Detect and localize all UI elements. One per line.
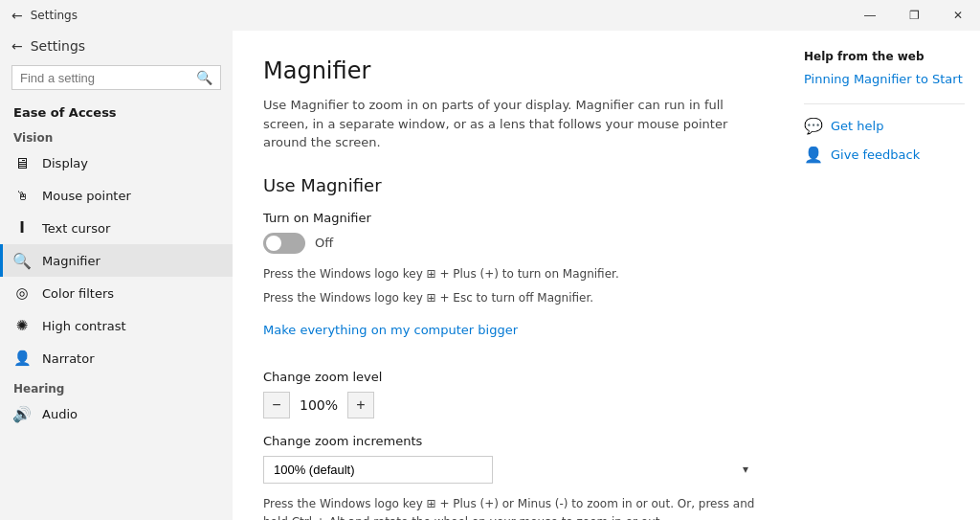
- feedback-label[interactable]: Give feedback: [831, 147, 920, 162]
- hint-text-3: Press the Windows logo key ⊞ + Plus (+) …: [263, 495, 758, 520]
- titlebar: ← Settings — ❐ ✕: [0, 0, 980, 31]
- pinning-link[interactable]: Pinning Magnifier to Start: [804, 71, 965, 88]
- zoom-row: − 100% +: [263, 392, 758, 418]
- maximize-button[interactable]: ❐: [892, 0, 936, 31]
- search-input[interactable]: [20, 71, 190, 85]
- sidebar-item-color-filters[interactable]: ◎ Color filters: [0, 277, 233, 309]
- get-help-label[interactable]: Get help: [831, 119, 883, 133]
- audio-icon: 🔊: [13, 405, 31, 422]
- minimize-button[interactable]: —: [848, 0, 892, 31]
- get-help-icon: 💬: [804, 116, 823, 135]
- toggle-row: Off: [263, 233, 758, 254]
- help-panel: Help from the web Pinning Magnifier to S…: [789, 31, 980, 520]
- page-title: Magnifier: [263, 57, 758, 84]
- content-area: Magnifier Use Magnifier to zoom in on pa…: [233, 31, 789, 520]
- zoom-increment-dropdown[interactable]: 25% 50% 100% (default) 150% 200%: [263, 456, 493, 484]
- color-filters-icon: ◎: [13, 284, 31, 302]
- hint-text-1: Press the Windows logo key ⊞ + Plus (+) …: [263, 265, 758, 283]
- sidebar-item-label: Audio: [42, 407, 78, 421]
- sidebar-item-text-cursor[interactable]: I Text cursor: [0, 212, 233, 244]
- sidebar-item-narrator[interactable]: 👤 Narrator: [0, 342, 233, 374]
- app-container: ← Settings 🔍 Ease of Access Vision 🖥 Dis…: [0, 31, 980, 520]
- zoom-value-display: 100%: [296, 397, 342, 413]
- narrator-icon: 👤: [13, 350, 31, 367]
- vision-category: Vision: [0, 124, 233, 147]
- sidebar-item-high-contrast[interactable]: ✺ High contrast: [0, 309, 233, 342]
- magnifier-toggle[interactable]: [263, 233, 305, 254]
- section-heading: Use Magnifier: [263, 175, 758, 195]
- display-icon: 🖥: [13, 154, 31, 171]
- sidebar-item-label: Text cursor: [42, 221, 110, 236]
- sidebar-item-label: Color filters: [42, 286, 114, 301]
- help-divider: [804, 103, 965, 104]
- zoom-decrease-button[interactable]: −: [263, 392, 290, 418]
- bigger-link[interactable]: Make everything on my computer bigger: [263, 323, 518, 337]
- sidebar-item-label: Display: [42, 156, 88, 170]
- hint-text-2: Press the Windows logo key ⊞ + Esc to tu…: [263, 289, 758, 307]
- sidebar-item-label: High contrast: [42, 319, 126, 333]
- help-from-web: Help from the web Pinning Magnifier to S…: [804, 50, 965, 88]
- page-description: Use Magnifier to zoom in on parts of you…: [263, 96, 758, 152]
- settings-back-arrow[interactable]: ←: [11, 8, 23, 23]
- hint2-text: Press the Windows logo key ⊞ + Esc to tu…: [263, 291, 593, 305]
- search-icon: 🔍: [196, 70, 212, 85]
- dropdown-arrow-icon: ▾: [743, 463, 748, 476]
- high-contrast-icon: ✺: [13, 317, 31, 334]
- sidebar-item-audio[interactable]: 🔊 Audio: [0, 397, 233, 430]
- titlebar-left: ← Settings: [11, 8, 78, 23]
- back-arrow-icon: ←: [11, 38, 23, 54]
- sidebar-back[interactable]: ← Settings: [0, 31, 233, 61]
- help-section-title: Help from the web: [804, 50, 965, 63]
- magnifier-icon: 🔍: [13, 252, 31, 269]
- hint1-text: Press the Windows logo key ⊞ + Plus (+) …: [263, 267, 619, 281]
- close-button[interactable]: ✕: [936, 0, 980, 31]
- sidebar-item-label: Narrator: [42, 351, 95, 366]
- zoom-increments-label: Change zoom increments: [263, 434, 758, 448]
- titlebar-title: Settings: [31, 9, 78, 22]
- sidebar: ← Settings 🔍 Ease of Access Vision 🖥 Dis…: [0, 31, 233, 520]
- zoom-increase-button[interactable]: +: [347, 392, 374, 418]
- toggle-state-label: Off: [315, 236, 333, 250]
- sidebar-item-label: Mouse pointer: [42, 189, 131, 203]
- give-feedback-action[interactable]: 👤 Give feedback: [804, 145, 965, 164]
- zoom-level-label: Change zoom level: [263, 370, 758, 384]
- sidebar-item-display[interactable]: 🖥 Display: [0, 147, 233, 179]
- sidebar-item-label: Magnifier: [42, 254, 100, 268]
- mouse-pointer-icon: 🖱: [13, 187, 31, 204]
- sidebar-item-mouse-pointer[interactable]: 🖱 Mouse pointer: [0, 179, 233, 212]
- titlebar-controls: — ❐ ✕: [848, 0, 980, 31]
- get-help-action[interactable]: 💬 Get help: [804, 116, 965, 135]
- toggle-section-label: Turn on Magnifier: [263, 211, 758, 225]
- zoom-increment-dropdown-row: 25% 50% 100% (default) 150% 200% ▾: [263, 456, 758, 484]
- hearing-category: Hearing: [0, 374, 233, 397]
- sidebar-section-title: Ease of Access: [0, 98, 233, 124]
- text-cursor-icon: I: [13, 219, 31, 237]
- search-box: 🔍: [11, 65, 221, 90]
- sidebar-item-magnifier[interactable]: 🔍 Magnifier: [0, 244, 233, 277]
- feedback-icon: 👤: [804, 145, 823, 164]
- sidebar-back-label: Settings: [31, 38, 85, 54]
